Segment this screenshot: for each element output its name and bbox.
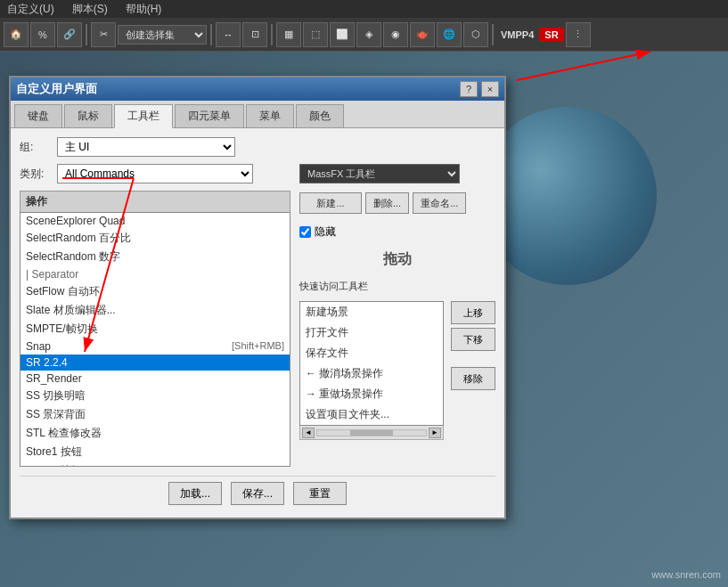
move-down-button[interactable]: 下移	[451, 328, 495, 351]
toolbar-magnet-btn[interactable]: 🔗	[57, 22, 82, 47]
tab-toolbar[interactable]: 工具栏	[114, 104, 173, 128]
selection-set-dropdown[interactable]: 创建选择集	[118, 25, 207, 45]
tab-keyboard[interactable]: 键盘	[14, 104, 62, 127]
commands-list-item[interactable]: Store2 按钮	[20, 461, 290, 467]
commands-list[interactable]: SceneExplorer QuadSelectRandom 百分比Select…	[20, 212, 290, 467]
commands-list-item[interactable]: STL 检查修改器	[20, 424, 290, 443]
qa-scroll-track[interactable]	[316, 429, 427, 436]
qa-scroll-thumb	[350, 430, 394, 436]
toolbar-cursor-btn[interactable]: ✂	[91, 22, 116, 47]
menu-help[interactable]: 帮助(H)	[122, 0, 166, 19]
commands-list-item[interactable]: SS 切换明暗	[20, 387, 290, 405]
watermark: www.snren.com	[651, 569, 721, 580]
dialog-help-button[interactable]: ?	[460, 81, 478, 97]
hide-checkbox-row: 隐藏	[299, 224, 495, 240]
move-up-button[interactable]: 上移	[451, 301, 495, 324]
toolbar-render1-btn[interactable]: ◈	[356, 22, 381, 47]
toolbar-sep-4	[492, 24, 494, 45]
qa-scroll-left-btn[interactable]: ◄	[302, 428, 315, 438]
commands-container: 操作 SceneExplorer QuadSelectRandom 百分比Sel…	[20, 191, 290, 467]
commands-list-item[interactable]: SelectRandom 数字	[20, 248, 290, 266]
qa-horizontal-scrollbar[interactable]: ◄ ►	[299, 426, 444, 440]
two-col-area: 类别: All Commands 操作 SceneExplorer QuadSe…	[20, 164, 495, 467]
left-panel: 类别: All Commands 操作 SceneExplorer QuadSe…	[20, 164, 290, 467]
menu-script[interactable]: 脚本(S)	[69, 0, 111, 19]
group-label: 组:	[20, 140, 52, 155]
qa-list-item[interactable]: ← 撤消场景操作	[300, 363, 443, 384]
toolbar-teapot-btn[interactable]: 🫖	[410, 22, 435, 47]
commands-list-item[interactable]: SR_Render	[20, 371, 290, 387]
dialog-title: 自定义用户界面	[16, 81, 97, 97]
commands-list-item[interactable]: SelectRandom 百分比	[20, 229, 290, 248]
category-select[interactable]: All Commands	[57, 164, 253, 183]
reset-button[interactable]: 重置	[293, 482, 347, 505]
category-label: 类别:	[20, 167, 52, 182]
commands-header: 操作	[20, 191, 290, 212]
qa-scroll-area[interactable]: 新建场景打开文件保存文件← 撤消场景操作→ 重做场景操作设置项目文件夹...	[299, 301, 444, 426]
right-toolbar-header: MassFX 工具栏	[299, 164, 495, 183]
menu-customize[interactable]: 自定义(U)	[4, 0, 58, 19]
toolbar-percent-btn[interactable]: %	[30, 22, 55, 47]
toolbar-select-btn[interactable]: ⊡	[242, 22, 267, 47]
rename-toolbar-button[interactable]: 重命名...	[413, 192, 466, 214]
vmpp4-label: VMPP4	[497, 29, 537, 40]
commands-list-item[interactable]: SetFlow 自动环	[20, 282, 290, 301]
toolbar-view3-btn[interactable]: ⬜	[330, 22, 355, 47]
toolbar-move-btn[interactable]: ↔	[216, 22, 241, 47]
category-row: 类别: All Commands	[20, 164, 290, 183]
qa-list-container: 新建场景打开文件保存文件← 撤消场景操作→ 重做场景操作设置项目文件夹... ◄…	[299, 301, 444, 440]
right-panel: MassFX 工具栏 新建... 删除... 重命名... 隐藏 拖动 快	[299, 164, 495, 467]
commands-list-item[interactable]: SMPTE/帧切换	[20, 320, 290, 338]
right-toolbar-select[interactable]: MassFX 工具栏	[299, 164, 460, 183]
commands-list-item[interactable]: SceneExplorer Quad	[20, 213, 290, 229]
hide-label: 隐藏	[315, 224, 336, 240]
bottom-buttons: 加载... 保存... 重置	[20, 476, 495, 509]
new-toolbar-button[interactable]: 新建...	[299, 192, 362, 214]
dialog-close-button[interactable]: ×	[481, 81, 499, 97]
group-select[interactable]: 主 UI	[57, 137, 235, 157]
qa-list-item[interactable]: → 重做场景操作	[300, 384, 443, 404]
toolbar-globe-btn[interactable]: 🌐	[437, 22, 462, 47]
commands-list-item[interactable]: | Separator	[20, 266, 290, 282]
toolbar-view1-btn[interactable]: ▦	[276, 22, 301, 47]
commands-list-item[interactable]: Snap[Shift+RMB]	[20, 338, 290, 355]
toolbar-cube-btn[interactable]: ⬡	[463, 22, 488, 47]
toolbar-extra-btn[interactable]: ⋮	[566, 22, 591, 47]
toolbar-render2-btn[interactable]: ◉	[383, 22, 408, 47]
toolbar-sep-3	[271, 24, 273, 45]
save-button[interactable]: 保存...	[231, 482, 284, 505]
remove-button[interactable]: 移除	[451, 367, 495, 390]
sr-label: SR	[539, 28, 563, 42]
qa-list-item[interactable]: 新建场景	[300, 302, 443, 322]
dialog-content: 组: 主 UI 类别: All Commands 操作 SceneExplo	[11, 128, 504, 518]
toolbar-sep-2	[210, 24, 212, 45]
main-toolbar: 🏠 % 🔗 ✂ 创建选择集 ↔ ⊡ ▦ ⬚ ⬜ ◈ ◉ 🫖 🌐 ⬡ VMPP4 …	[0, 18, 728, 52]
delete-toolbar-button[interactable]: 删除...	[365, 192, 409, 214]
qa-list-item[interactable]: 打开文件	[300, 322, 443, 343]
tab-mouse[interactable]: 鼠标	[64, 104, 112, 127]
tab-quad-menu[interactable]: 四元菜单	[175, 104, 244, 127]
hide-checkbox[interactable]	[299, 226, 311, 238]
commands-list-item[interactable]: SR 2.2.4	[20, 355, 290, 371]
quick-access-area: 新建场景打开文件保存文件← 撤消场景操作→ 重做场景操作设置项目文件夹... ◄…	[299, 301, 495, 440]
toolbar-action-buttons: 新建... 删除... 重命名...	[299, 192, 495, 214]
qa-scroll-right-btn[interactable]: ►	[429, 428, 441, 438]
load-button[interactable]: 加载...	[168, 482, 222, 505]
dialog-tab-bar: 键盘 鼠标 工具栏 四元菜单 菜单 颜色	[11, 101, 504, 128]
tab-menu[interactable]: 菜单	[246, 104, 294, 127]
dialog-titlebar: 自定义用户界面 ? ×	[11, 77, 504, 101]
commands-list-item[interactable]: SS 景深背面	[20, 405, 290, 424]
qa-list-item[interactable]: 设置项目文件夹...	[300, 404, 443, 425]
dialog-controls: ? ×	[460, 81, 499, 97]
qa-list-item[interactable]: 保存文件	[300, 343, 443, 363]
quick-access-label: 快速访问工具栏	[299, 280, 495, 293]
toolbar-view2-btn[interactable]: ⬚	[303, 22, 328, 47]
commands-list-item[interactable]: Store1 按钮	[20, 443, 290, 461]
menu-bar: 自定义(U) 脚本(S) 帮助(H)	[0, 0, 728, 18]
drag-label: 拖动	[299, 250, 495, 269]
commands-list-item[interactable]: Slate 材质编辑器...	[20, 301, 290, 320]
toolbar-sep-1	[86, 24, 87, 45]
tab-color[interactable]: 颜色	[296, 104, 344, 127]
toolbar-home-btn[interactable]: 🏠	[4, 22, 29, 47]
move-buttons: 上移 下移 移除	[451, 301, 495, 440]
